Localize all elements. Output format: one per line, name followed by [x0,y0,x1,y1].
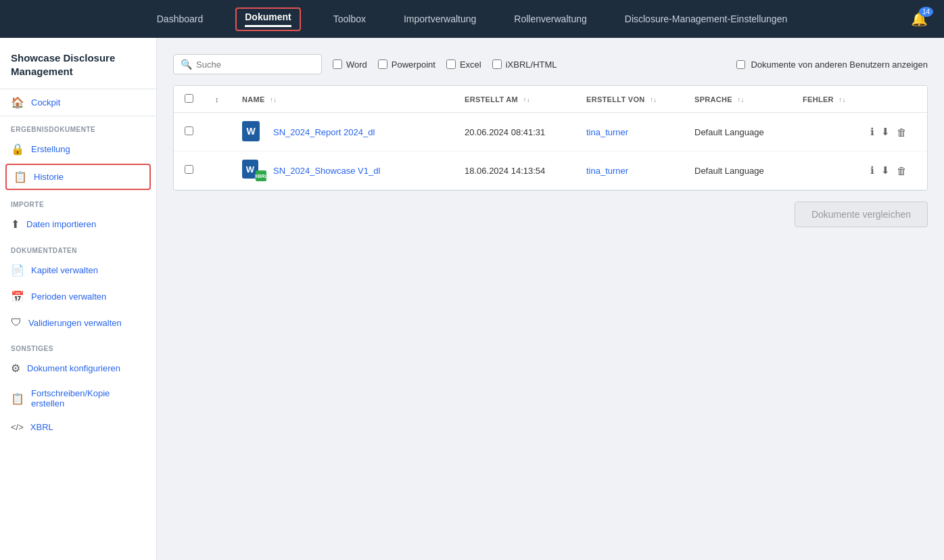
main-content: 🔍 Word Powerpoint Excel iXBRL/HTML [157,38,944,560]
filter-bar: 🔍 Word Powerpoint Excel iXBRL/HTML [173,54,928,74]
col-header-erstellt-am[interactable]: ERSTELLT AM ↑↓ [454,86,575,113]
col-header-name[interactable]: NAME ↑↓ [231,86,454,113]
ixbrl-label: iXBRL/HTML [506,60,557,70]
info-icon-1[interactable]: ℹ [870,126,874,138]
col-header-fehler: FEHLER ↑↓ [792,86,859,113]
select-all-checkbox[interactable] [185,94,193,103]
sidebar-item-xbrl[interactable]: </> XBRL [0,415,156,439]
section-dokumentdaten: DOKUMENTDATEN [0,237,156,257]
powerpoint-checkbox[interactable] [378,60,387,69]
bottom-bar: Dokumente vergleichen [173,191,928,227]
xbrl-code-icon: </> [11,422,24,432]
perioden-label: Perioden verwalten [31,291,106,302]
col-header-sprache[interactable]: SPRACHE ↑↓ [684,86,792,113]
doc-name-1[interactable]: SN_2024_Report 2024_dl [273,127,375,137]
period-icon: 📅 [11,290,24,303]
row-checkbox-2[interactable] [185,165,193,174]
doc-errors-1 [792,113,859,151]
delete-icon-2[interactable]: 🗑 [897,165,907,177]
ixbrl-checkbox[interactable] [492,60,502,69]
chapter-icon: 📄 [11,264,24,277]
table-row: W SN_2024_Report 2024_dl 20.06.2024 08:4… [174,113,927,151]
sidebar-item-fortschreiben[interactable]: 📋 Fortschreiben/Kopie erstellen [0,381,156,415]
kapitel-label: Kapitel verwalten [31,265,98,275]
import-icon: ⬆ [11,218,20,231]
shield-icon: 🛡 [11,317,22,329]
powerpoint-label: Powerpoint [392,60,435,70]
sidebar-item-dokument-konfigurieren[interactable]: ⚙ Dokument konfigurieren [0,355,156,381]
nav-importverwaltung[interactable]: Importverwaltung [398,11,481,27]
word-file-icon-1: W [242,121,266,143]
excel-label: Excel [460,60,481,70]
cockpit-label: Cockpit [31,97,60,108]
nav-toolbox[interactable]: Toolbox [328,11,371,27]
nav-disclosure-settings[interactable]: Disclosure-Management-Einstellungen [619,11,793,27]
search-box[interactable]: 🔍 [173,54,322,74]
row-checkbox-1[interactable] [185,126,193,135]
settings-icon: ⚙ [11,362,20,375]
dokument-konfigurieren-label: Dokument konfigurieren [27,363,120,373]
nav-dashboard[interactable]: Dashboard [151,11,209,27]
sidebar-item-historie[interactable]: 📋 Historie [5,164,151,190]
action-icons-2: ℹ ⬇ 🗑 [870,164,916,177]
doc-user-1[interactable]: tina_turner [586,127,628,137]
section-sonstiges: SONSTIGES [0,335,156,355]
section-ergebnisdokumente: ERGEBNISDOKUMENTE [0,116,156,136]
fortschreiben-label: Fortschreiben/Kopie erstellen [31,388,145,409]
search-input[interactable] [196,60,314,70]
filter-powerpoint[interactable]: Powerpoint [378,60,435,70]
sidebar-item-cockpit[interactable]: 🏠 Cockpit [0,89,156,116]
sidebar-item-kapitel[interactable]: 📄 Kapitel verwalten [0,257,156,283]
table-row: W XBRL SN_2024_Showcase V1_dl 18.06.2024… [174,151,927,190]
historie-label: Historie [34,172,64,182]
doc-lang-1: Default Language [684,113,792,151]
section-importe: IMPORTE [0,191,156,211]
sidebar-item-perioden[interactable]: 📅 Perioden verwalten [0,283,156,310]
doc-date-2: 18.06.2024 14:13:54 [454,151,575,190]
filter-word[interactable]: Word [333,60,367,70]
word-label: Word [346,60,367,70]
sidebar-title: Showcase Disclosure Management [0,38,156,89]
others-label: Dokumente von anderen Benutzern anzeigen [751,60,928,70]
info-icon-2[interactable]: ℹ [870,164,874,177]
documents-table: ↕ NAME ↑↓ ERSTELLT AM ↑↓ ERSTELLT VON ↑↓ [174,86,927,190]
cockpit-icon: 🏠 [11,96,24,109]
action-icons-1: ℹ ⬇ 🗑 [870,126,916,138]
filter-show-others[interactable]: Dokumente von anderen Benutzern anzeigen [736,60,928,70]
validierungen-label: Validierungen verwalten [28,318,122,328]
nav-rollenverwaltung[interactable]: Rollenverwaltung [509,11,592,27]
top-navigation: Dashboard Dokument Toolbox Importverwalt… [0,0,944,38]
xbrl-label: XBRL [30,422,53,432]
history-icon: 📋 [14,170,27,183]
word-xbrl-file-icon-2: W XBRL [242,160,266,181]
erstellung-label: Erstellung [31,144,70,154]
doc-user-2[interactable]: tina_turner [586,166,628,176]
word-checkbox[interactable] [333,60,342,69]
doc-date-1: 20.06.2024 08:41:31 [454,113,575,151]
doc-errors-2 [792,151,859,190]
doc-lang-2: Default Language [684,151,792,190]
delete-icon-1[interactable]: 🗑 [897,126,907,138]
sidebar-item-daten-importieren[interactable]: ⬆ Daten importieren [0,211,156,237]
documents-table-container: ↕ NAME ↑↓ ERSTELLT AM ↑↓ ERSTELLT VON ↑↓ [173,85,928,191]
excel-checkbox[interactable] [446,60,456,69]
notification-bell[interactable]: 🔔 14 [911,11,928,27]
sidebar-item-validierungen[interactable]: 🛡 Validierungen verwalten [0,310,156,335]
search-icon: 🔍 [181,59,192,70]
download-icon-1[interactable]: ⬇ [881,126,890,138]
download-icon-2[interactable]: ⬇ [881,164,890,177]
compare-button[interactable]: Dokumente vergleichen [795,202,928,227]
daten-importieren-label: Daten importieren [26,219,96,229]
doc-name-2[interactable]: SN_2024_Showcase V1_dl [273,166,380,176]
filter-excel[interactable]: Excel [446,60,481,70]
notification-count: 14 [919,7,933,17]
sidebar-item-erstellung[interactable]: 🔒 Erstellung [0,136,156,162]
others-checkbox[interactable] [736,60,745,69]
nav-dokument[interactable]: Dokument [235,7,300,31]
sort-icon[interactable]: ↕ [215,95,219,103]
sidebar: Showcase Disclosure Management 🏠 Cockpit… [0,38,157,560]
copy-icon: 📋 [11,392,24,405]
col-header-erstellt-von[interactable]: ERSTELLT VON ↑↓ [575,86,684,113]
lock-icon: 🔒 [11,143,24,156]
filter-ixbrl[interactable]: iXBRL/HTML [492,60,557,70]
